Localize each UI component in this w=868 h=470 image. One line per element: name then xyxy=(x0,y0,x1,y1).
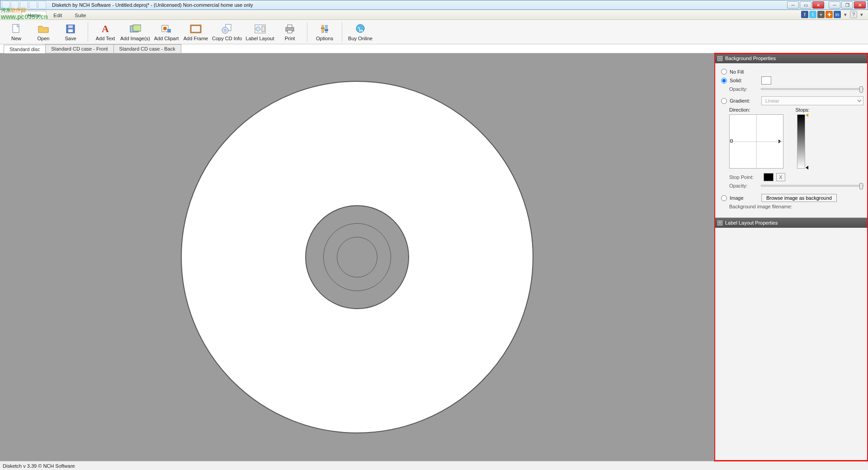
solid-color-well[interactable] xyxy=(761,76,771,85)
new-button[interactable]: New xyxy=(3,22,30,42)
qat-btn[interactable] xyxy=(38,1,46,9)
no-fill-label: No Fill xyxy=(730,69,744,75)
status-text: Disketch v 3.39 © NCH Software xyxy=(3,463,75,469)
close-button[interactable]: ✕ xyxy=(812,1,824,9)
minimize-button[interactable]: ─ xyxy=(787,1,799,9)
gradient-stops-box[interactable] xyxy=(797,114,805,169)
options-button[interactable]: Options xyxy=(311,22,338,42)
svg-point-8 xyxy=(163,27,167,30)
svg-rect-21 xyxy=(326,25,327,33)
help-icon[interactable]: ? xyxy=(850,11,857,18)
stop-opacity-slider[interactable] xyxy=(761,185,863,187)
svg-point-6 xyxy=(135,26,137,28)
title-bar: Disketch by NCH Software - Untitled.depr… xyxy=(0,0,868,10)
quick-access-toolbar xyxy=(2,1,46,9)
svg-rect-2 xyxy=(68,29,73,32)
svg-point-25 xyxy=(359,30,361,32)
separator xyxy=(88,22,88,42)
social-dropdown-icon[interactable]: ▾ xyxy=(842,11,849,18)
tab-home[interactable]: Home xyxy=(22,11,47,19)
facebook-icon[interactable]: f xyxy=(801,11,808,18)
main-area: − Background Properties No Fill Solid: O… xyxy=(0,53,868,461)
share-icon[interactable]: + xyxy=(817,11,825,18)
print-button[interactable]: Print xyxy=(276,22,303,42)
add-clipart-button[interactable]: Add Clipart xyxy=(151,22,181,42)
browse-image-button[interactable]: Browse image as background xyxy=(761,194,837,202)
addthis-icon[interactable]: ✚ xyxy=(826,11,833,18)
direction-label: Direction: xyxy=(729,107,750,113)
clipart-icon xyxy=(160,23,172,35)
svg-rect-10 xyxy=(191,25,201,33)
inner-restore-button[interactable]: ❐ xyxy=(841,1,853,9)
copy-cd-info-button[interactable]: Copy CD Info xyxy=(210,22,244,42)
frame-icon xyxy=(190,23,202,35)
qat-btn[interactable] xyxy=(20,1,28,9)
qat-btn[interactable] xyxy=(11,1,19,9)
gradient-direction-box[interactable] xyxy=(729,114,783,169)
add-text-button[interactable]: A Add Text xyxy=(92,22,119,42)
solid-label: Solid: xyxy=(730,78,759,83)
opacity2-label: Opacity: xyxy=(729,183,758,188)
background-properties-header[interactable]: − Background Properties xyxy=(715,53,868,63)
tab-edit[interactable]: Edit xyxy=(47,11,68,19)
open-button[interactable]: Open xyxy=(30,22,57,42)
qat-btn[interactable] xyxy=(29,1,37,9)
collapse-icon: − xyxy=(717,56,722,61)
print-icon xyxy=(284,23,296,35)
cd-info-icon xyxy=(221,23,233,35)
disc-label[interactable] xyxy=(181,81,533,433)
gradient-radio[interactable] xyxy=(721,98,727,104)
doc-tab-cd-back[interactable]: Standard CD case - Back xyxy=(113,44,181,53)
linkedin-icon[interactable]: in xyxy=(834,11,841,18)
svg-rect-3 xyxy=(68,25,73,28)
background-properties-body: No Fill Solid: Opacity: Gradient: Linear… xyxy=(715,63,868,218)
opacity-label: Opacity: xyxy=(729,86,758,92)
bg-filename-label: Background image filename: xyxy=(729,204,792,209)
disc-hole xyxy=(337,237,377,277)
solid-radio[interactable] xyxy=(721,78,727,84)
buy-online-button[interactable]: Buy Online xyxy=(346,22,375,42)
cart-icon xyxy=(354,23,366,35)
doc-tab-standard-disc[interactable]: Standard disc xyxy=(4,45,46,53)
document-tabs: Standard disc Standard CD case - Front S… xyxy=(0,44,868,53)
separator xyxy=(342,22,342,42)
add-images-button[interactable]: Add Image(s) xyxy=(119,22,151,42)
layout-icon xyxy=(254,23,266,35)
svg-rect-19 xyxy=(288,30,292,33)
inner-minimize-button[interactable]: ─ xyxy=(829,1,840,9)
delete-stop-button[interactable]: X xyxy=(776,173,785,181)
inner-close-button[interactable]: ✕ xyxy=(854,1,866,9)
gradient-type-select[interactable]: Linear xyxy=(761,96,863,105)
expand-icon: + xyxy=(717,221,722,226)
label-layout-properties-header[interactable]: + Label Layout Properties xyxy=(715,218,868,228)
window-title: Disketch by NCH Software - Untitled.depr… xyxy=(52,2,786,8)
no-fill-radio[interactable] xyxy=(721,69,727,75)
maximize-button[interactable]: ▭ xyxy=(800,1,811,9)
svg-point-15 xyxy=(256,27,260,31)
open-icon xyxy=(38,23,49,35)
canvas[interactable] xyxy=(0,53,714,461)
gradient-label: Gradient: xyxy=(730,98,759,103)
disc-center xyxy=(305,205,409,309)
ribbon-toolbar: New Open Save A Add Text Add Image(s) Ad… xyxy=(0,20,868,44)
svg-rect-22 xyxy=(321,28,325,29)
add-frame-button[interactable]: Add Frame xyxy=(181,22,210,42)
label-layout-button[interactable]: Label Layout xyxy=(244,22,276,42)
doc-tab-cd-front[interactable]: Standard CD case - Front xyxy=(45,44,113,53)
stop-point-label: Stop Point: xyxy=(729,174,761,180)
svg-rect-5 xyxy=(133,25,141,31)
qat-btn[interactable] xyxy=(2,1,10,9)
svg-point-26 xyxy=(362,30,363,32)
new-icon xyxy=(10,23,22,35)
save-button[interactable]: Save xyxy=(57,22,84,42)
image-radio[interactable] xyxy=(721,195,727,201)
options-icon xyxy=(319,23,330,35)
opacity-slider[interactable] xyxy=(761,88,863,90)
stop-color-well[interactable] xyxy=(764,173,774,181)
help-dropdown-icon[interactable]: ▾ xyxy=(858,11,865,18)
twitter-icon[interactable]: t xyxy=(809,11,816,18)
separator xyxy=(307,22,307,42)
text-icon: A xyxy=(99,23,111,35)
image-label: Image xyxy=(730,195,759,201)
tab-suite[interactable]: Suite xyxy=(69,11,92,19)
